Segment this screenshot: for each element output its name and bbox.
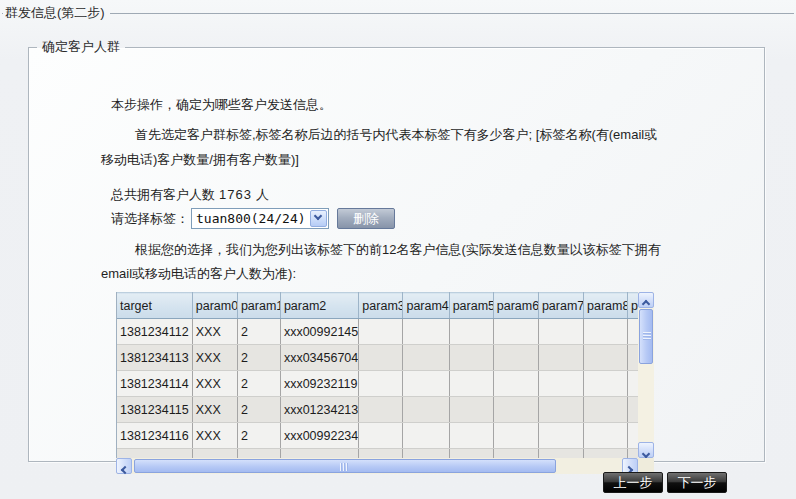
table-cell [584,397,628,423]
horizontal-scroll-thumb[interactable] [134,459,556,473]
table-cell [584,371,628,397]
table-cell: 1381234114 [117,371,192,397]
table-cell: xxx00992145 [280,319,358,345]
table-cell [403,371,449,397]
table-row[interactable]: 1381234113XXX2xxx03456704 [117,345,638,371]
table-cell: 1381234113 [117,345,192,371]
total-customers-line: 总共拥有客户人数1763人 [111,182,269,207]
table-cell [538,423,583,449]
inner-section-legend: 确定客户人群 [37,38,125,56]
customer-group-section: 确定客户人群 本步操作，确定为哪些客户发送信息。 首先选定客户群标签,标签名称后… [28,38,765,462]
table-cell [117,449,192,459]
column-header-param4: param4 [403,293,449,319]
customer-table: targetparam0param1param2param3param4para… [117,292,638,458]
scroll-down-icon[interactable] [638,442,654,458]
table-cell [538,319,583,345]
table-cell: XXX [192,345,237,371]
table-cell: 2 [237,319,280,345]
table-cell [403,345,449,371]
table-row[interactable]: 1381234112XXX2xxx00992145 [117,319,638,345]
table-cell [584,423,628,449]
table-cell: 2 [237,397,280,423]
table-cell [359,319,403,345]
table-cell: xxx01234213 [280,397,358,423]
previous-step-button[interactable]: 上一步 [603,472,663,493]
table-cell [449,423,493,449]
table-cell [449,371,493,397]
table-cell [403,319,449,345]
table-cell [538,371,583,397]
vertical-scroll-thumb[interactable] [639,309,653,364]
table-cell: xxx09232119 [280,371,358,397]
table-cell [628,371,638,397]
table-cell [403,423,449,449]
scroll-up-icon[interactable] [638,292,654,308]
column-header-param3: param3 [359,293,403,319]
tag-select-row: 请选择标签： tuan800(24/24) 删除 [111,208,395,230]
tag-select[interactable]: tuan800(24/24) [191,208,329,229]
column-header-param2: param2 [280,293,358,319]
table-cell [403,449,449,459]
total-customers-label: 总共拥有客户人数 [111,187,215,202]
column-header-param7: param7 [538,293,583,319]
table-cell [359,397,403,423]
table-cell [493,423,538,449]
table-cell [359,423,403,449]
table-cell: 2 [237,423,280,449]
table-header-row: targetparam0param1param2param3param4para… [117,293,638,319]
table-cell [192,449,237,459]
table-row-partial[interactable] [117,449,638,459]
table-cell [449,449,493,459]
table-row[interactable]: 1381234115XXX2xxx01234213 [117,397,638,423]
table-cell [493,371,538,397]
total-customers-count: 1763 [215,187,256,202]
table-cell [359,371,403,397]
table-cell [403,397,449,423]
chevron-down-icon[interactable] [310,210,327,227]
table-cell [449,345,493,371]
instructions-text: 首先选定客户群标签,标签名称后边的括号内代表本标签下有多少客户; [标签名称(有… [101,122,663,172]
next-step-button[interactable]: 下一步 [667,472,727,493]
vertical-scrollbar[interactable] [638,292,654,458]
table-cell: XXX [192,319,237,345]
tag-select-label: 请选择标签： [111,208,189,229]
table-cell: 2 [237,345,280,371]
outer-section-legend: 群发信息(第二步) [3,4,110,22]
table-cell: 2 [237,371,280,397]
table-cell: xxx03456704 [280,345,358,371]
table-row[interactable]: 1381234114XXX2xxx09232119 [117,371,638,397]
customer-table-viewport: targetparam0param1param2param3param4para… [116,292,638,458]
table-cell: 1381234116 [117,423,192,449]
column-header-param1: param1 [237,293,280,319]
table-cell [628,449,638,459]
table-cell [538,397,583,423]
column-header-target: target [117,293,192,319]
column-header-param6: param6 [493,293,538,319]
column-header-p: p [628,293,638,319]
table-cell: XXX [192,397,237,423]
table-cell: XXX [192,423,237,449]
intro-text: 本步操作，确定为哪些客户发送信息。 [111,92,671,117]
column-header-param5: param5 [449,293,493,319]
total-customers-unit: 人 [256,187,269,202]
column-header-param8: param8 [584,293,628,319]
table-cell [584,319,628,345]
customer-grid: targetparam0param1param2param3param4para… [116,292,654,474]
table-cell [280,449,358,459]
table-cell [493,345,538,371]
table-cell [493,319,538,345]
column-header-param0: param0 [192,293,237,319]
table-cell [449,319,493,345]
table-cell [628,397,638,423]
table-cell [538,345,583,371]
table-cell [628,345,638,371]
table-cell [628,423,638,449]
horizontal-scrollbar[interactable] [116,458,638,474]
list-note-text: 根据您的选择，我们为您列出该标签下的前12名客户信息(实际发送信息数量以该标签下… [101,238,663,286]
table-cell: 1381234115 [117,397,192,423]
scroll-left-icon[interactable] [116,458,132,474]
table-cell [359,345,403,371]
table-row[interactable]: 1381234116XXX2xxx00992234 [117,423,638,449]
table-cell [493,449,538,459]
delete-tag-button[interactable]: 删除 [337,208,395,229]
